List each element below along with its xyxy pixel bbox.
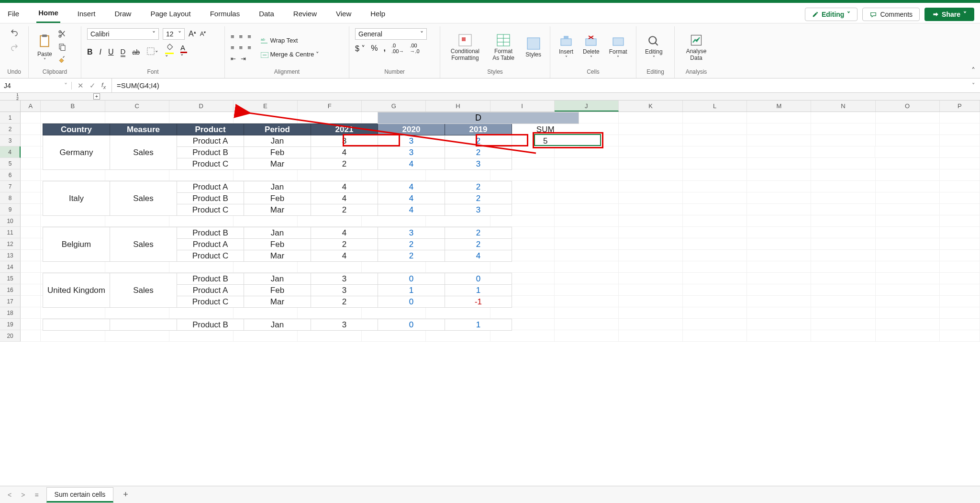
cell[interactable] (747, 261, 811, 273)
row-header-2[interactable]: 2 (0, 123, 21, 135)
row-header-3[interactable]: 3 (0, 135, 21, 146)
cell[interactable] (683, 181, 747, 192)
cell[interactable] (940, 273, 980, 284)
cell[interactable] (940, 284, 980, 296)
cell[interactable] (940, 261, 980, 273)
cell[interactable] (555, 169, 619, 181)
cell[interactable] (940, 238, 980, 250)
cell[interactable] (555, 227, 619, 238)
cell[interactable] (41, 158, 105, 169)
cell[interactable] (619, 296, 683, 307)
cell[interactable] (490, 192, 555, 204)
cell[interactable] (619, 158, 683, 169)
cell-styles-button[interactable]: Styles (523, 36, 544, 59)
cell[interactable] (234, 192, 298, 204)
cell[interactable] (298, 112, 362, 123)
align-top-button[interactable]: ≡ (231, 33, 234, 40)
cell[interactable] (555, 250, 619, 261)
bold-button[interactable]: B (87, 48, 93, 56)
cell[interactable] (105, 181, 169, 192)
row-header-18[interactable]: 18 (0, 307, 21, 319)
cell[interactable] (234, 273, 298, 284)
row-header-9[interactable]: 9 (0, 204, 21, 215)
cell[interactable] (811, 135, 875, 146)
cell[interactable] (747, 319, 811, 330)
tab-home[interactable]: Home (36, 6, 60, 23)
cell[interactable] (426, 158, 490, 169)
cell[interactable] (876, 181, 940, 192)
tab-data[interactable]: Data (257, 7, 276, 22)
cell[interactable] (426, 307, 490, 319)
cell[interactable] (426, 192, 490, 204)
column-header-I[interactable]: I (490, 101, 555, 112)
cell[interactable] (747, 330, 811, 342)
cell[interactable] (41, 169, 105, 181)
cell[interactable] (555, 181, 619, 192)
cell[interactable] (169, 284, 234, 296)
cell[interactable] (105, 204, 169, 215)
column-header-O[interactable]: O (876, 101, 940, 112)
column-header-F[interactable]: F (298, 101, 362, 112)
row-header-13[interactable]: 13 (0, 250, 21, 261)
cell[interactable] (747, 158, 811, 169)
cell[interactable] (490, 273, 555, 284)
spreadsheet-grid[interactable]: ABCDEFGHIJKLMNOP 12345678910111213141516… (0, 101, 980, 469)
cell[interactable] (234, 135, 298, 146)
share-button[interactable]: Share ˅ (924, 8, 974, 21)
cell[interactable] (169, 192, 234, 204)
column-header-M[interactable]: M (747, 101, 811, 112)
cell[interactable] (105, 261, 169, 273)
cell[interactable] (490, 261, 555, 273)
row-header-10[interactable]: 10 (0, 215, 21, 227)
cell[interactable] (940, 250, 980, 261)
cell[interactable] (105, 238, 169, 250)
cell[interactable] (105, 273, 169, 284)
cell[interactable] (105, 250, 169, 261)
tab-help[interactable]: Help (368, 7, 387, 22)
cell[interactable] (21, 181, 41, 192)
cell[interactable] (555, 273, 619, 284)
cell[interactable] (747, 250, 811, 261)
cell[interactable] (811, 250, 875, 261)
cancel-formula-button[interactable]: ✕ (78, 81, 84, 90)
cell[interactable] (426, 123, 490, 135)
cell[interactable] (362, 330, 426, 342)
cell[interactable] (619, 112, 683, 123)
cell[interactable] (362, 204, 426, 215)
cell[interactable] (105, 135, 169, 146)
cell[interactable] (490, 227, 555, 238)
cell[interactable] (490, 319, 555, 330)
cell[interactable] (41, 192, 105, 204)
cell[interactable] (940, 227, 980, 238)
cell[interactable] (21, 123, 41, 135)
cell[interactable] (21, 146, 41, 158)
column-header-A[interactable]: A (21, 101, 41, 112)
cell[interactable] (747, 215, 811, 227)
cell[interactable] (683, 192, 747, 204)
cell[interactable] (169, 146, 234, 158)
cell[interactable] (619, 319, 683, 330)
tab-draw[interactable]: Draw (112, 7, 133, 22)
cell[interactable] (940, 307, 980, 319)
row-header-19[interactable]: 19 (0, 319, 21, 330)
cell[interactable] (105, 123, 169, 135)
cell[interactable] (426, 296, 490, 307)
column-header-E[interactable]: E (234, 101, 298, 112)
cell[interactable] (298, 204, 362, 215)
cell[interactable] (362, 296, 426, 307)
cell[interactable] (811, 181, 875, 192)
cell[interactable] (298, 215, 362, 227)
cell[interactable] (426, 284, 490, 296)
cell[interactable] (747, 169, 811, 181)
cell[interactable] (490, 169, 555, 181)
row-header-5[interactable]: 5 (0, 158, 21, 169)
cell[interactable] (747, 238, 811, 250)
cell[interactable] (21, 227, 41, 238)
cell[interactable] (105, 284, 169, 296)
cell[interactable] (747, 204, 811, 215)
row-header-20[interactable]: 20 (0, 330, 21, 342)
cell[interactable] (362, 181, 426, 192)
cell[interactable] (619, 169, 683, 181)
cell[interactable] (298, 319, 362, 330)
redo-button[interactable] (9, 43, 20, 53)
